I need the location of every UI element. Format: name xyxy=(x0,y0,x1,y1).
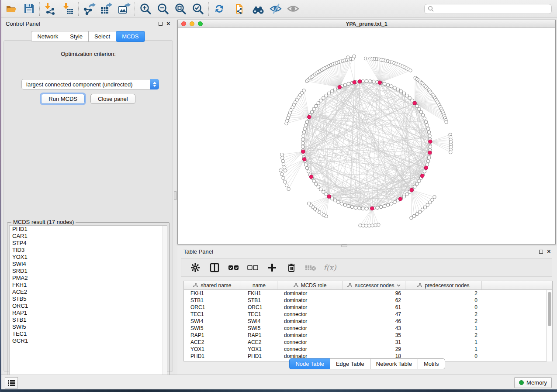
table-row[interactable]: FKH1FKH1dominator962 xyxy=(184,290,552,297)
table-row[interactable]: STB1STB1dominator620 xyxy=(184,297,552,304)
table-panel-header: Table Panel ✕ xyxy=(177,246,557,257)
save-session-icon[interactable] xyxy=(20,1,38,17)
panel-splitter-handle[interactable] xyxy=(174,191,177,200)
table-row[interactable]: TEC1TEC1connector472 xyxy=(184,311,552,318)
hide-eye-icon[interactable] xyxy=(267,1,284,17)
toolbar-search[interactable] xyxy=(424,4,552,14)
mcds-result-item[interactable]: FKH1 xyxy=(10,282,167,289)
export-image-icon[interactable] xyxy=(115,1,133,17)
network-graph[interactable] xyxy=(178,28,555,244)
search-network-icon[interactable] xyxy=(249,1,267,17)
cell-predecessors: 2 xyxy=(405,311,482,318)
zoom-in-icon[interactable] xyxy=(137,1,154,17)
mcds-result-item[interactable]: SRD1 xyxy=(10,268,167,275)
table-panel: Table Panel ✕ xyxy=(177,246,557,375)
float-table-panel-icon[interactable] xyxy=(539,250,543,254)
main-toolbar xyxy=(0,0,557,17)
table-row[interactable]: SWI5SWI5connector431 xyxy=(184,325,552,332)
network-window: YPA_prune.txt_1 xyxy=(177,20,556,244)
cell-role: connector xyxy=(277,311,343,318)
float-panel-icon[interactable] xyxy=(159,22,163,26)
toolbar-separator xyxy=(39,2,40,16)
column-header-MCDS-role[interactable]: MCDS role xyxy=(277,281,343,289)
share-document-icon[interactable] xyxy=(232,1,249,17)
import-table-icon[interactable] xyxy=(59,1,76,17)
tab-edge-table[interactable]: Edge Table xyxy=(330,358,370,369)
table-settings-gear-icon[interactable] xyxy=(189,261,201,274)
node-table-header: shared namenameMCDS rolesuccessor nodesp… xyxy=(184,281,552,290)
mcds-result-item[interactable]: STP4 xyxy=(10,240,167,247)
task-history-button[interactable] xyxy=(5,377,18,389)
tab-motifs[interactable]: Motifs xyxy=(418,358,445,369)
export-network-icon[interactable] xyxy=(80,1,98,17)
close-panel-icon[interactable]: ✕ xyxy=(166,21,170,26)
import-network-icon[interactable] xyxy=(42,1,59,17)
column-header-name[interactable]: name xyxy=(241,281,277,289)
memory-button[interactable]: Memory xyxy=(514,377,552,388)
delete-column-trash-icon[interactable] xyxy=(285,261,298,274)
cell-predecessors: 1 xyxy=(405,346,482,353)
cell-role: dominator xyxy=(277,290,343,297)
mcds-result-item[interactable]: YOX1 xyxy=(10,254,167,261)
mcds-result-item[interactable]: SWI4 xyxy=(10,261,167,268)
table-scrollbar[interactable] xyxy=(547,290,552,361)
table-row[interactable]: ORC1ORC1dominator610 xyxy=(184,304,552,311)
mcds-result-list[interactable]: PHD1CAR1STP4TID3YOX1SWI4SRD1PMA2FKH1ACE2… xyxy=(9,225,167,382)
show-columns-icon[interactable] xyxy=(208,261,221,274)
tab-network[interactable]: Network xyxy=(31,31,64,42)
open-session-icon[interactable] xyxy=(3,1,20,17)
close-table-panel-icon[interactable]: ✕ xyxy=(547,249,551,254)
tab-mcds[interactable]: MCDS xyxy=(116,31,145,42)
list-scrollbar[interactable] xyxy=(163,226,167,381)
tab-select[interactable]: Select xyxy=(88,31,116,42)
table-panel-title: Table Panel xyxy=(183,248,213,255)
column-header-successor-nodes[interactable]: successor nodes xyxy=(343,281,405,289)
column-header-predecessor-nodes[interactable]: predecessor nodes xyxy=(405,281,482,289)
mcds-result-item[interactable]: ACE2 xyxy=(10,289,167,296)
search-input[interactable] xyxy=(434,6,551,12)
column-header-shared-name[interactable]: shared name xyxy=(184,281,241,289)
mcds-result-item[interactable]: STB1 xyxy=(10,316,167,323)
close-panel-button[interactable]: Close panel xyxy=(90,94,135,104)
mcds-result-item[interactable]: PHD1 xyxy=(10,226,167,233)
tab-network-table[interactable]: Network Table xyxy=(370,358,418,369)
network-window-titlebar[interactable]: YPA_prune.txt_1 xyxy=(178,20,555,28)
tab-node-table[interactable]: Node Table xyxy=(289,358,330,369)
select-all-icon[interactable] xyxy=(228,261,240,274)
toolbar-separator xyxy=(135,2,135,16)
table-row[interactable]: RAP1RAP1dominator352 xyxy=(184,332,552,339)
export-table-icon[interactable] xyxy=(98,1,115,17)
table-scrollbar-thumb[interactable] xyxy=(548,292,551,326)
zoom-fit-icon[interactable] xyxy=(172,1,189,17)
mcds-tab-content: Optimization criterion: largest connecte… xyxy=(3,40,173,372)
table-row[interactable]: SWI4SWI4dominator462 xyxy=(184,318,552,325)
mcds-result-item[interactable]: RAP1 xyxy=(10,309,167,316)
run-mcds-button[interactable]: Run MCDS xyxy=(41,94,85,104)
table-row[interactable]: YOX1YOX1connector291 xyxy=(184,346,552,353)
zoom-selected-icon[interactable] xyxy=(189,1,207,17)
shared-column-icon xyxy=(193,283,198,288)
refresh-icon[interactable] xyxy=(211,1,228,17)
mcds-result-item[interactable]: PMA2 xyxy=(10,275,167,282)
table-splitter-handle[interactable] xyxy=(341,244,347,247)
zoom-out-icon[interactable] xyxy=(154,1,172,17)
criterion-dropdown[interactable]: largest connected component (undirected) xyxy=(21,79,159,89)
table-row[interactable]: ACE2ACE2connector311 xyxy=(184,339,552,346)
mcds-result-item[interactable]: CAR1 xyxy=(10,233,167,240)
deselect-all-icon[interactable] xyxy=(247,261,259,274)
add-column-icon[interactable] xyxy=(266,261,278,274)
search-icon xyxy=(428,6,434,12)
mcds-result-item[interactable]: TID3 xyxy=(10,247,167,254)
mcds-result-title: MCDS result (17 nodes) xyxy=(11,219,76,225)
cell-role: dominator xyxy=(277,304,343,311)
mcds-result-item[interactable]: STB5 xyxy=(10,296,167,303)
cell-name: ORC1 xyxy=(241,304,277,311)
cytoscape-app: Control Panel ✕ Network Style Select MCD… xyxy=(0,0,557,392)
cell-successors: 31 xyxy=(343,339,405,346)
mcds-result-item[interactable]: SWI5 xyxy=(10,323,167,330)
mcds-result-item[interactable]: ORC1 xyxy=(10,303,167,309)
mcds-result-item[interactable]: TEC1 xyxy=(10,330,167,337)
tab-style[interactable]: Style xyxy=(64,31,88,42)
cell-predecessors: 0 xyxy=(405,304,482,311)
mcds-result-item[interactable]: GCR1 xyxy=(10,337,167,344)
